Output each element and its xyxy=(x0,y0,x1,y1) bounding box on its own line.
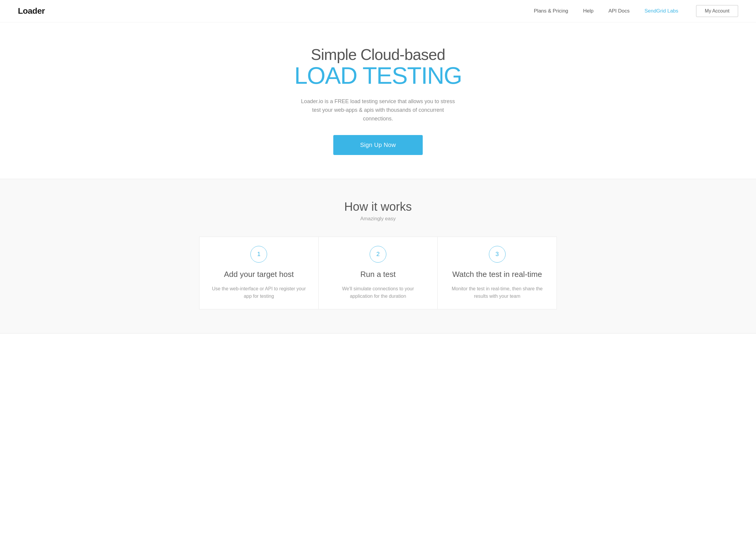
signup-button[interactable]: Sign Up Now xyxy=(333,135,423,155)
logo[interactable]: Loader xyxy=(18,6,45,16)
step-description-3: Monitor the test in real-time, then shar… xyxy=(450,285,545,300)
nav-api-docs[interactable]: API Docs xyxy=(608,8,630,14)
header: Loader Plans & Pricing Help API Docs Sen… xyxy=(0,0,756,23)
step-number-2: 2 xyxy=(370,246,386,263)
how-it-works-section: How it works Amazingly easy 1 Add your t… xyxy=(0,179,756,334)
step-title-3: Watch the test in real-time xyxy=(450,270,545,279)
step-number-3: 3 xyxy=(489,246,506,263)
how-it-works-title: How it works xyxy=(18,200,738,213)
step-description-2: We'll simulate connections to your appli… xyxy=(331,285,426,300)
step-2: 2 Run a test We'll simulate connections … xyxy=(319,237,437,309)
nav-sendgrid-labs[interactable]: SendGrid Labs xyxy=(644,8,678,14)
hero-title: LOAD TESTING xyxy=(6,63,750,88)
how-it-works-subtitle: Amazingly easy xyxy=(18,216,738,222)
step-title-1: Add your target host xyxy=(211,270,306,279)
hero-subtitle: Simple Cloud-based xyxy=(6,46,750,63)
hero-description: Loader.io is a FREE load testing service… xyxy=(300,97,456,123)
hero-section: Simple Cloud-based LOAD TESTING Loader.i… xyxy=(0,23,756,179)
step-1: 1 Add your target host Use the web-inter… xyxy=(199,237,319,309)
my-account-button[interactable]: My Account xyxy=(696,5,738,17)
nav-help[interactable]: Help xyxy=(583,8,593,14)
step-number-1: 1 xyxy=(250,246,267,263)
step-description-1: Use the web-interface or API to register… xyxy=(211,285,306,300)
main-nav: Plans & Pricing Help API Docs SendGrid L… xyxy=(534,8,678,14)
step-title-2: Run a test xyxy=(331,270,426,279)
steps-container: 1 Add your target host Use the web-inter… xyxy=(199,237,557,309)
nav-plans-pricing[interactable]: Plans & Pricing xyxy=(534,8,568,14)
step-3: 3 Watch the test in real-time Monitor th… xyxy=(437,237,557,309)
